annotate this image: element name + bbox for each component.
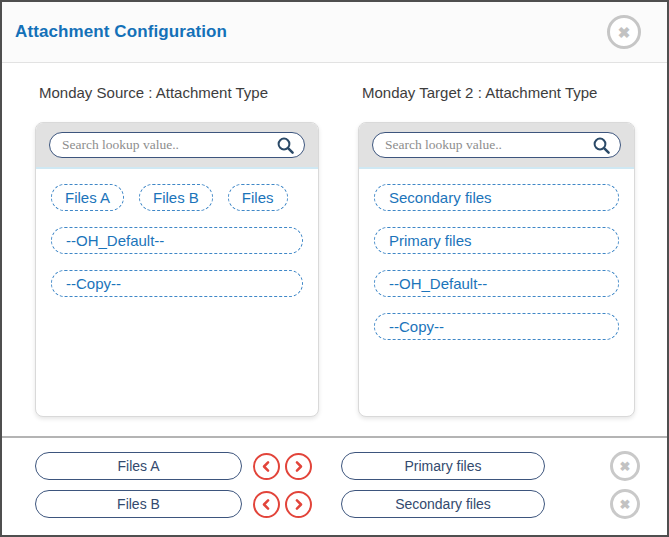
mapping-target-button[interactable]: Secondary files [341,490,545,518]
close-icon: ✖ [618,24,631,39]
move-left-button[interactable] [253,491,280,518]
search-icon [276,136,295,155]
remove-mapping-button[interactable]: ✖ [610,489,640,519]
target-search-box [372,132,621,158]
source-pill[interactable]: Files [228,184,288,211]
move-right-button[interactable] [285,453,312,480]
target-search-bar [359,123,634,169]
source-pill-row: Files A Files B Files [51,184,303,211]
target-pill[interactable]: Primary files [374,227,619,254]
source-pill[interactable]: --OH_Default-- [51,227,303,254]
target-column-header: Monday Target 2 : Attachment Type [362,84,635,101]
chevron-right-icon [291,459,306,474]
source-search-input[interactable] [62,137,276,153]
dialog-close-button[interactable]: ✖ [607,15,641,49]
search-icon [592,136,611,155]
move-left-button[interactable] [253,453,280,480]
mapping-row: Files A Primary files ✖ [35,451,667,481]
dialog-header: Attachment Configuration ✖ [2,2,667,63]
mapping-source-button[interactable]: Files B [35,490,242,518]
source-search-bar [36,123,318,169]
remove-icon: ✖ [620,459,631,472]
source-pill[interactable]: --Copy-- [51,270,303,297]
source-pill[interactable]: Files A [51,184,124,211]
attachment-configuration-dialog: Attachment Configuration ✖ Monday Source… [0,0,669,537]
remove-icon: ✖ [620,497,631,510]
source-panel-body: Files A Files B Files --OH_Default-- --C… [36,169,318,313]
source-panel: Files A Files B Files --OH_Default-- --C… [35,122,319,417]
dialog-title: Attachment Configuration [15,22,227,42]
source-search-box [49,132,305,158]
source-column-header: Monday Source : Attachment Type [39,84,319,101]
target-pill[interactable]: Secondary files [374,184,619,211]
dialog-body: Monday Source : Attachment Type [2,63,667,417]
chevron-right-icon [291,497,306,512]
move-right-button[interactable] [285,491,312,518]
chevron-left-icon [259,497,274,512]
target-pill[interactable]: --OH_Default-- [374,270,619,297]
target-panel: Secondary files Primary files --OH_Defau… [358,122,635,417]
mapping-source-button[interactable]: Files A [35,452,242,480]
source-column: Monday Source : Attachment Type [35,84,319,417]
target-panel-body: Secondary files Primary files --OH_Defau… [359,169,634,356]
chevron-left-icon [259,459,274,474]
source-pill[interactable]: Files B [139,184,213,211]
remove-mapping-button[interactable]: ✖ [610,451,640,481]
target-search-input[interactable] [385,137,592,153]
target-pill[interactable]: --Copy-- [374,313,619,340]
target-column: Monday Target 2 : Attachment Type [358,84,635,417]
mapping-target-button[interactable]: Primary files [341,452,545,480]
mapping-area: Files A Primary files ✖ Files B [2,438,667,519]
mapping-row: Files B Secondary files ✖ [35,489,667,519]
